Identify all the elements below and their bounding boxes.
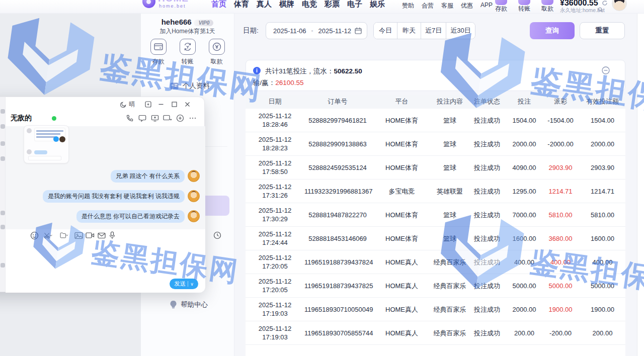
cell-order: 5288829979461821 [304, 116, 371, 125]
cell-payout: 5000.00 [541, 282, 580, 290]
sidebar-item-help[interactable]: 帮助中心 [170, 300, 208, 309]
chat-window: 晴 无敌的 [0, 97, 205, 292]
cell-payout: 1900.00 [541, 305, 580, 314]
voice-call-icon[interactable] [125, 114, 134, 123]
cell-bet: 1600.00 [507, 234, 541, 243]
top-navbar: HOME home.bet 首页体育真人棋牌电竞彩票电子娱乐 赞助合营客服优惠A… [0, 0, 644, 14]
table-body: 2025-11-1218:28:465288829979461821HOME体育… [246, 109, 625, 345]
more-icon[interactable] [188, 114, 197, 123]
quick-link-3[interactable]: 优惠 [461, 2, 473, 10]
table-row: 2025-11-1217:30:295288819487822270HOME体育… [246, 203, 625, 227]
cell-content: 篮球 [433, 211, 467, 219]
folder-icon[interactable] [60, 231, 69, 240]
chat-titlebar: 晴 [6, 97, 205, 111]
cell-valid: 5000.00 [580, 282, 625, 290]
emoji-icon[interactable] [30, 231, 39, 240]
message-avatar [188, 190, 200, 202]
search-icon[interactable] [598, 7, 603, 13]
cell-date: 2025-11-1217:20:05 [246, 253, 304, 271]
cell-status: 投注成功 [467, 211, 507, 219]
cell-order: 5288819487822270 [304, 211, 371, 219]
cell-payout: 1214.71 [541, 187, 580, 196]
scrollbar-track[interactable] [637, 14, 644, 356]
sidebar-action-2[interactable]: 取款 [206, 39, 228, 66]
quick-link-2[interactable]: 客服 [441, 2, 453, 10]
tabs-icon[interactable] [144, 100, 152, 108]
quick-link-0[interactable]: 赞助 [402, 2, 414, 10]
quick-links: 赞助合营客服优惠APP [402, 2, 493, 10]
nav-item-0[interactable]: 首页 [211, 0, 226, 8]
cell-payout: 2903.90 [541, 163, 580, 172]
range-button-1[interactable]: 昨天 [397, 23, 421, 39]
cell-date: 2025-11-1217:31:26 [246, 183, 304, 200]
nav-item-7[interactable]: 娱乐 [370, 0, 385, 8]
chat-image-message[interactable] [24, 125, 69, 163]
vip-badge: VIP0 [194, 20, 214, 26]
range-button-0[interactable]: 今日 [374, 23, 397, 39]
nav-item-1[interactable]: 体育 [234, 0, 249, 8]
image-icon[interactable] [74, 231, 83, 240]
column-header-3: 投注内容 [433, 97, 467, 106]
envelope-icon[interactable] [97, 231, 106, 240]
chat-message-area: 兄弟 跟这个 有什么关系是我的账号问题 我没有套利 硬说我套利 说我违规是什么意… [6, 126, 205, 229]
lightbulb-icon [170, 301, 177, 309]
plus-circle-icon[interactable] [176, 114, 185, 123]
table-row: 2025-11-1217:31:261119323291996881367多宝电… [246, 180, 625, 203]
user-avatar[interactable] [612, 0, 627, 11]
quick-range-group: 今日昨天近7日近30日 [373, 22, 475, 39]
nav-item-3[interactable]: 棋牌 [279, 0, 294, 8]
topbar-wallet-0[interactable]: 存款 [494, 0, 509, 9]
remote-screen-icon[interactable] [163, 114, 172, 123]
maximize-icon[interactable] [170, 100, 178, 108]
moon-icon [120, 101, 127, 108]
column-header-1: 订单号 [304, 97, 371, 106]
refresh-balance-icon[interactable] [602, 0, 608, 6]
range-button-3[interactable]: 近30日 [446, 23, 474, 39]
quick-link-1[interactable]: 合营 [422, 2, 434, 10]
cell-content: 英雄联盟 [433, 187, 467, 196]
close-icon[interactable] [183, 100, 191, 108]
range-button-2[interactable]: 近7日 [421, 23, 446, 39]
nav-item-4[interactable]: 电竞 [302, 0, 317, 8]
cell-status: 投注成功 [467, 140, 507, 148]
reset-button[interactable]: 重置 [580, 22, 625, 39]
cell-valid: 1600.00 [580, 234, 625, 243]
query-button[interactable]: 查询 [530, 22, 575, 39]
cell-payout: 400.00 [541, 258, 580, 266]
send-button[interactable]: 发送∨ [170, 279, 198, 289]
date-range-input[interactable]: 2025-11-06 - 2025-11-12 [266, 22, 367, 39]
collapse-icon[interactable] [602, 66, 610, 74]
wallet-buttons: 存款转账取款 [494, 0, 555, 9]
chat-bubble-icon[interactable] [138, 114, 147, 123]
cell-bet: 400.00 [507, 258, 541, 266]
topbar-wallet-2[interactable]: 取款 [540, 0, 555, 9]
quick-link-4[interactable]: APP [480, 2, 493, 10]
sidebar-action-0[interactable]: 存款 [147, 39, 170, 66]
nav-item-2[interactable]: 真人 [257, 0, 272, 8]
history-clock-icon[interactable] [213, 231, 222, 240]
cell-date: 2025-11-1217:24:44 [246, 230, 304, 247]
join-note: 加入Home体育第1天 [141, 27, 234, 36]
mic-icon[interactable] [108, 231, 117, 240]
nav-item-5[interactable]: 彩票 [325, 0, 340, 8]
minimize-icon[interactable] [157, 100, 165, 108]
weather-widget[interactable]: 晴 [120, 100, 135, 109]
video-icon[interactable] [86, 231, 95, 240]
cell-bet: 200.00 [507, 329, 541, 337]
cell-bet: 1504.00 [507, 116, 541, 125]
read-indicator [53, 136, 59, 142]
screenshot-scissors-icon[interactable] [44, 231, 53, 240]
chat-header: 无敌的 [6, 111, 205, 126]
topbar-wallet-1[interactable]: 转账 [517, 0, 532, 9]
cell-valid: 1504.00 [580, 116, 625, 125]
brand-logo-icon[interactable] [142, 0, 155, 8]
cell-bet: 4090.00 [507, 163, 541, 172]
contact-name: 无敌的 [11, 114, 32, 123]
cell-payout: -1504.00 [541, 116, 580, 125]
sidebar-item-profile[interactable]: 个人资料 [170, 81, 210, 91]
nav-item-6[interactable]: 电子 [347, 0, 362, 8]
screen-share-icon[interactable] [150, 114, 159, 123]
column-header-6: 派彩 [541, 97, 580, 106]
sidebar-action-1[interactable]: 转账 [177, 39, 199, 66]
cell-content: 经典百家乐 [433, 282, 467, 290]
